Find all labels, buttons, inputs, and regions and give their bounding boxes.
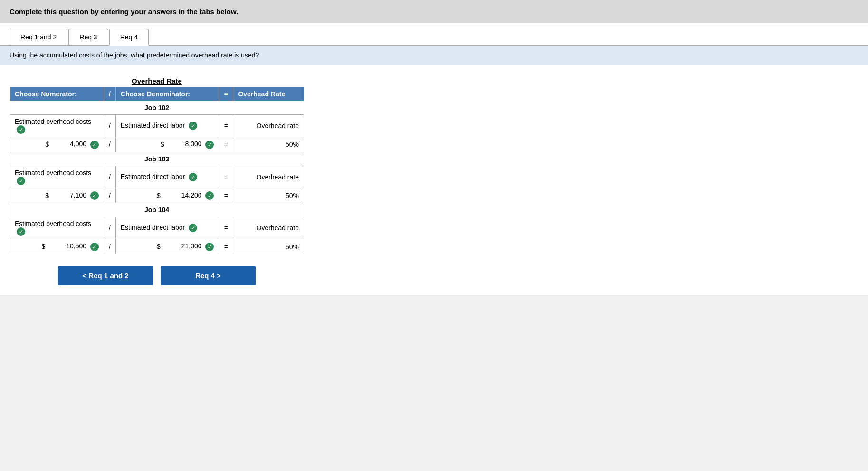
- col-header-numerator: Choose Numerator:: [10, 87, 104, 101]
- job-104-label: Job 104: [10, 203, 304, 217]
- job-103-value-row: $ 7,100 ✓ / $ 14,200 ✓ = 50%: [10, 188, 304, 203]
- job-102-header-row: Job 102: [10, 101, 304, 115]
- job-103-rate-label: Overhead rate: [233, 166, 304, 188]
- job-104-rate-value: 50%: [233, 239, 304, 254]
- job-103-denominator-label: Estimated direct labor ✓: [115, 166, 219, 188]
- job-103-header-row: Job 103: [10, 152, 304, 166]
- tab-req3[interactable]: Req 3: [68, 29, 108, 45]
- job-104-denominator-check: ✓: [189, 224, 197, 232]
- job-104-numerator-value: 10,500: [66, 242, 86, 250]
- prev-button[interactable]: < Req 1 and 2: [58, 266, 153, 285]
- job-102-denominator-label: Estimated direct labor ✓: [115, 115, 219, 137]
- content-area: Overhead Rate Choose Numerator: / Choose…: [0, 65, 868, 295]
- instruction-bar: Complete this question by entering your …: [0, 0, 868, 23]
- job-104-equals-2: =: [219, 239, 233, 254]
- job-104-label-row: Estimated overhead costs ✓ / Estimated d…: [10, 217, 304, 239]
- tab-req4[interactable]: Req 4: [109, 29, 149, 46]
- job-104-numerator-check: ✓: [17, 227, 25, 236]
- outer-container: Complete this question by entering your …: [0, 0, 868, 295]
- job-103-numerator-value-cell: $ 7,100 ✓: [10, 188, 104, 203]
- job-103-value-check: ✓: [90, 191, 99, 200]
- job-102-value-row: $ 4,000 ✓ / $ 8,000 ✓ = 50%: [10, 137, 304, 152]
- job-102-rate-value: 50%: [233, 137, 304, 152]
- job-102-numerator-value: 4,000: [70, 140, 86, 148]
- col-header-denominator: Choose Denominator:: [115, 87, 219, 101]
- job-103-equals-2: =: [219, 188, 233, 203]
- job-103-numerator-value: 7,100: [70, 191, 86, 199]
- job-103-denominator-check: ✓: [189, 173, 197, 181]
- job-104-value-check: ✓: [90, 243, 99, 251]
- job-103-dollar-1: $: [45, 192, 49, 199]
- col-header-equals: =: [219, 87, 233, 101]
- job-104-header-row: Job 104: [10, 203, 304, 217]
- job-104-denominator-label: Estimated direct labor ✓: [115, 217, 219, 239]
- job-104-equals-1: =: [219, 217, 233, 239]
- job-102-rate-label: Overhead rate: [233, 115, 304, 137]
- job-104-slash-2: /: [104, 239, 115, 254]
- job-102-label-row: Estimated overhead costs ✓ / Estimated d…: [10, 115, 304, 137]
- job-103-rate-value: 50%: [233, 188, 304, 203]
- job-103-denominator-value-cell: $ 14,200 ✓: [115, 188, 219, 203]
- job-103-slash-1: /: [104, 166, 115, 188]
- job-104-dollar-1: $: [41, 243, 45, 251]
- job-102-slash-1: /: [104, 115, 115, 137]
- job-104-value-row: $ 10,500 ✓ / $ 21,000 ✓ = 50%: [10, 239, 304, 254]
- job-102-numerator-check: ✓: [17, 125, 25, 134]
- job-102-dollar-1: $: [45, 141, 49, 149]
- job-102-denominator-value: 8,000: [185, 140, 201, 148]
- job-103-label-row: Estimated overhead costs ✓ / Estimated d…: [10, 166, 304, 188]
- job-104-slash-1: /: [104, 217, 115, 239]
- question-bar: Using the accumulated costs of the jobs,…: [0, 46, 868, 65]
- job-103-numerator-check: ✓: [17, 177, 25, 185]
- job-103-slash-2: /: [104, 188, 115, 203]
- job-102-denominator-value-cell: $ 8,000 ✓: [115, 137, 219, 152]
- question-text: Using the accumulated costs of the jobs,…: [10, 51, 259, 59]
- job-103-label: Job 103: [10, 152, 304, 166]
- col-header-slash: /: [104, 87, 115, 101]
- job-103-dollar-2: $: [157, 192, 161, 199]
- job-104-dollar-2: $: [157, 243, 161, 251]
- navigation-buttons: < Req 1 and 2 Req 4 >: [10, 266, 304, 285]
- tab-req1and2[interactable]: Req 1 and 2: [10, 29, 67, 45]
- table-title: Overhead Rate: [10, 74, 304, 87]
- job-102-equals-1: =: [219, 115, 233, 137]
- job-103-denom-value-check: ✓: [205, 191, 214, 200]
- job-104-numerator-value-cell: $ 10,500 ✓: [10, 239, 104, 254]
- tabs-area: Req 1 and 2 Req 3 Req 4: [0, 23, 868, 46]
- job-102-equals-2: =: [219, 137, 233, 152]
- job-102-denom-value-check: ✓: [205, 141, 214, 149]
- job-103-equals-1: =: [219, 166, 233, 188]
- job-102-denominator-check: ✓: [189, 122, 197, 130]
- job-104-rate-label: Overhead rate: [233, 217, 304, 239]
- job-102-slash-2: /: [104, 137, 115, 152]
- job-104-denominator-value-cell: $ 21,000 ✓: [115, 239, 219, 254]
- job-104-numerator-label: Estimated overhead costs ✓: [10, 217, 104, 239]
- job-102-label: Job 102: [10, 101, 304, 115]
- job-103-numerator-label: Estimated overhead costs ✓: [10, 166, 104, 188]
- instruction-text: Complete this question by entering your …: [10, 8, 238, 16]
- job-103-denominator-value: 14,200: [181, 191, 202, 199]
- job-104-denominator-value: 21,000: [181, 242, 202, 250]
- job-104-denom-value-check: ✓: [205, 243, 214, 251]
- col-header-rate: Overhead Rate: [233, 87, 304, 101]
- job-102-numerator-value-cell: $ 4,000 ✓: [10, 137, 104, 152]
- job-102-numerator-label: Estimated overhead costs ✓: [10, 115, 104, 137]
- overhead-table: Overhead Rate Choose Numerator: / Choose…: [10, 74, 304, 254]
- job-102-dollar-2: $: [161, 141, 164, 149]
- job-102-value-check: ✓: [90, 141, 99, 149]
- next-button[interactable]: Req 4 >: [161, 266, 256, 285]
